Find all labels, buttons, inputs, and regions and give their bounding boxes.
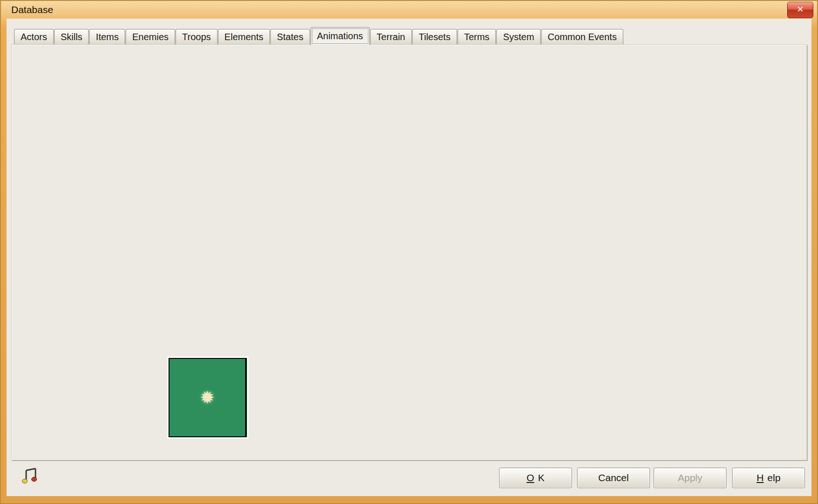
ok-button[interactable]: OK: [499, 468, 572, 488]
tab-states[interactable]: States: [270, 29, 310, 44]
window-title: Database: [11, 4, 53, 15]
apply-button[interactable]: Apply: [654, 468, 726, 488]
strip-cell-1[interactable]: ✹: [169, 358, 247, 437]
tab-terms[interactable]: Terms: [458, 29, 496, 44]
close-icon: ✕: [797, 5, 804, 14]
tab-bar: ActorsSkillsItemsEnemiesTroopsElementsSt…: [14, 27, 624, 44]
close-button[interactable]: ✕: [787, 2, 813, 18]
tab-skills[interactable]: Skills: [54, 29, 89, 44]
music-note-icon: [21, 467, 38, 486]
tab-page: [11, 44, 808, 461]
burst-icon: ✹: [200, 387, 215, 408]
tab-troops[interactable]: Troops: [176, 29, 218, 44]
tab-tilesets[interactable]: Tilesets: [412, 29, 457, 44]
database-window: Database ✕ ActorsSkillsItemsEnemiesTroop…: [0, 0, 818, 504]
tab-elements[interactable]: Elements: [218, 29, 270, 44]
tab-common-events[interactable]: Common Events: [541, 29, 623, 44]
tab-terrain[interactable]: Terrain: [370, 29, 412, 44]
tab-actors[interactable]: Actors: [14, 29, 54, 44]
help-button[interactable]: Help: [732, 468, 805, 488]
tab-system[interactable]: System: [496, 29, 541, 44]
tab-enemies[interactable]: Enemies: [126, 29, 175, 44]
tab-animations[interactable]: Animations: [310, 27, 370, 45]
cancel-button[interactable]: Cancel: [577, 468, 650, 488]
tab-items[interactable]: Items: [89, 29, 125, 44]
